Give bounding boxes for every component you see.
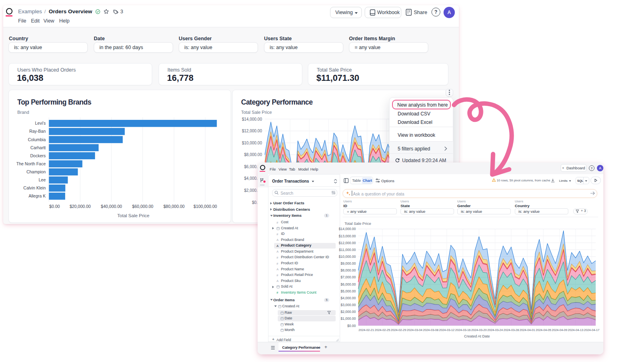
svg-text:2024-03-04: 2024-03-04: [407, 328, 423, 332]
svg-text:$2,000.00: $2,000.00: [341, 310, 356, 314]
svg-text:Total Sale Price: Total Sale Price: [117, 213, 149, 218]
svg-text:Allegra K: Allegra K: [29, 193, 46, 198]
svg-text:2024-04-05: 2024-04-05: [536, 328, 551, 332]
svg-text:$13,000.00: $13,000.00: [339, 234, 356, 238]
svg-text:Dockers: Dockers: [30, 153, 46, 158]
svg-text:$10,000.00: $10,000.00: [339, 255, 356, 259]
svg-text:$1,000.00: $1,000.00: [341, 317, 356, 321]
svg-text:$0.00: $0.00: [49, 204, 60, 209]
svg-text:2024-04-13: 2024-04-13: [568, 328, 583, 332]
svg-text:2024-03-20: 2024-03-20: [471, 328, 487, 332]
svg-text:Ray-Ban: Ray-Ban: [29, 129, 46, 134]
svg-text:The North Face: The North Face: [17, 161, 46, 166]
svg-text:$5,000.00: $5,000.00: [341, 289, 356, 293]
svg-text:$7,000.00: $7,000.00: [341, 275, 356, 279]
svg-text:Created At Date: Created At Date: [464, 334, 490, 338]
svg-text:Calvin Klein: Calvin Klein: [23, 185, 46, 190]
svg-text:$40,000.00: $40,000.00: [101, 204, 122, 209]
svg-text:$12,000.00: $12,000.00: [242, 129, 262, 133]
svg-text:$80,000.00: $80,000.00: [163, 204, 185, 209]
svg-text:2024-02-25: 2024-02-25: [375, 328, 390, 332]
svg-text:$8,000.00: $8,000.00: [341, 268, 356, 272]
svg-text:$14,000.00: $14,000.00: [339, 227, 356, 231]
svg-text:2024-03-24: 2024-03-24: [487, 328, 503, 332]
svg-text:$6,000.00: $6,000.00: [341, 282, 356, 286]
svg-text:$10,000.00: $10,000.00: [242, 141, 262, 145]
svg-text:2024-04-09: 2024-04-09: [552, 328, 567, 332]
svg-text:$20,000.00: $20,000.00: [70, 204, 91, 209]
svg-text:2024-04-17: 2024-04-17: [584, 328, 599, 332]
svg-text:$4,000.00: $4,000.00: [341, 296, 356, 300]
svg-text:Champion: Champion: [27, 169, 46, 174]
svg-text:$9,000.00: $9,000.00: [341, 261, 356, 265]
svg-text:2024-03-08: 2024-03-08: [423, 328, 438, 332]
svg-text:2024-03-28: 2024-03-28: [504, 328, 519, 332]
svg-text:2024-02-29: 2024-02-29: [391, 328, 406, 332]
svg-text:Lee: Lee: [39, 177, 46, 182]
svg-text:$0.00: $0.00: [347, 324, 356, 328]
svg-text:$8,000.00: $8,000.00: [244, 152, 262, 157]
svg-text:Levi's: Levi's: [35, 121, 46, 125]
svg-text:Columbia: Columbia: [28, 137, 46, 142]
svg-text:$60,000.00: $60,000.00: [132, 204, 153, 209]
svg-text:Carhartt: Carhartt: [31, 145, 46, 150]
svg-text:2024-02-21: 2024-02-21: [359, 328, 374, 332]
svg-text:$3,000.00: $3,000.00: [341, 303, 356, 307]
svg-text:$14,000.00: $14,000.00: [242, 117, 262, 121]
svg-text:$11,000.00: $11,000.00: [339, 248, 356, 252]
svg-text:$12,000.00: $12,000.00: [339, 241, 356, 245]
svg-text:$100,000.00: $100,000.00: [194, 204, 217, 209]
svg-text:2024-04-01: 2024-04-01: [520, 328, 535, 332]
svg-text:2024-03-12: 2024-03-12: [439, 328, 454, 332]
svg-text:2024-03-16: 2024-03-16: [455, 328, 471, 332]
